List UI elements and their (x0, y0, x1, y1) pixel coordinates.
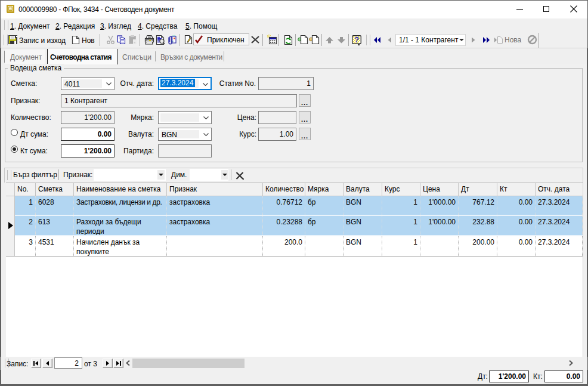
svg-text:?: ? (354, 35, 359, 44)
